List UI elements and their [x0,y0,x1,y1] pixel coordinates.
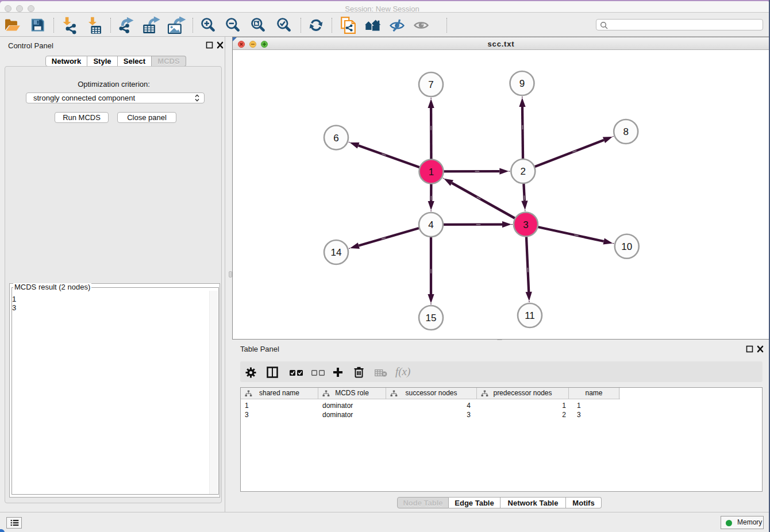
svg-text:10: 10 [621,241,632,252]
svg-text:2: 2 [521,166,526,177]
svg-text:7: 7 [428,79,433,90]
svg-text:11: 11 [525,310,535,321]
svg-text:3: 3 [523,219,528,230]
svg-text:9: 9 [519,78,525,89]
svg-text:6: 6 [333,133,338,144]
svg-text:4: 4 [428,219,433,230]
svg-text:14: 14 [331,247,342,258]
svg-text:1: 1 [429,167,434,178]
svg-text:15: 15 [426,313,437,323]
svg-text:8: 8 [623,126,628,137]
